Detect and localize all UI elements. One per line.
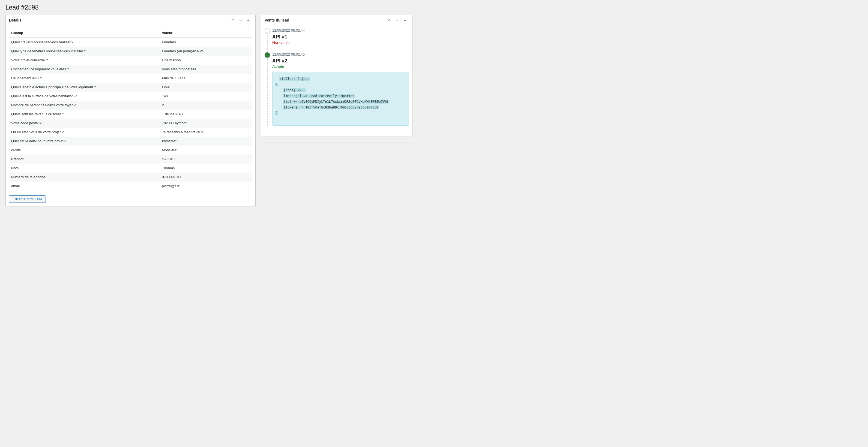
move-up-button[interactable] [386,16,394,24]
collapse-button[interactable] [244,16,252,24]
value-cell: Plus de 15 ans [160,74,252,82]
value-cell: Monsieur [160,145,252,154]
table-row: emailpierre@s.fr [9,181,252,191]
chevron-up-icon [231,18,235,22]
value-cell: SAIKALI [160,154,252,164]
edit-form-button[interactable]: Éditer le formulaire [9,196,46,203]
table-row: civiliteMonsieur [9,145,252,154]
table-row: PrénomSAIKALI [9,154,252,164]
timeline-date: 12/05/2022 08:02:45 [272,52,409,57]
table-row: Votre code postal ?70200 Faymont [9,118,252,128]
api-response-dump: stdClass Object ( [code] => 0 [message] … [272,72,409,126]
value-cell: Je réfléchis à mes travaux [160,128,252,137]
field-cell: Ce logement a-t-il ? [9,74,160,82]
sale-timeline: 12/05/2022 08:02:44API #1Non-voulu12/05/… [265,28,409,126]
collapse-button[interactable] [401,16,409,24]
caret-up-icon [403,19,407,22]
sale-panel: Vente du lead [261,15,412,137]
field-cell: Votre code postal ? [9,118,160,128]
svg-marker-1 [404,19,406,21]
move-down-button[interactable] [237,16,244,24]
timeline-status: Acheté [272,64,409,69]
sale-panel-controls [386,16,409,24]
details-panel-title: Détails [9,18,22,22]
timeline-item: 12/05/2022 08:02:44API #1Non-voulu [272,28,409,45]
table-row: NomThomas [9,164,252,173]
field-cell: Nom [9,164,160,173]
table-row: Quelle énergie actuelle principale de vo… [9,82,252,92]
main-layout: Détails [5,15,863,212]
table-row: Concernant ce logement vous êtes ?Vous ê… [9,65,252,74]
field-cell: Quel type de fenêtres souhaitez-vous ins… [9,46,160,56]
details-panel: Détails [5,15,256,206]
value-cell: Immédiat [160,137,252,145]
field-cell: Quels travaux souhaitez-vous réaliser ? [9,38,160,47]
table-row: Quels sont les revenus du foyer ?+ de 28… [9,110,252,118]
value-cell: 70200 Faymont [160,118,252,128]
field-cell: Nombre de personnes dans votre foyer ? [9,101,160,110]
details-panel-header: Détails [6,15,255,25]
table-row: Votre projet concerne ?Une maison [9,56,252,65]
value-cell: Vous êtes propriétaire [160,65,252,74]
details-panel-body: Champ Valeur Quels travaux souhaitez-vou… [6,25,255,206]
table-row: Quel type de fenêtres souhaitez-vous ins… [9,46,252,56]
chevron-down-icon [239,18,243,22]
timeline-line [267,29,268,126]
field-cell: Quels sont les revenus du foyer ? [9,110,160,118]
field-cell: Où en êtes vous de votre projet ? [9,128,160,137]
field-cell: Numéro de téléphone [9,173,160,181]
timeline-title: API #2 [272,58,409,64]
timeline-dot [265,28,270,34]
timeline-date: 12/05/2022 08:02:44 [272,28,409,32]
value-cell: Thomas [160,164,252,173]
field-cell: Concernant ce logement vous êtes ? [9,65,160,74]
timeline-item: 12/05/2022 08:02:45API #2Acheté stdClass… [272,52,409,126]
timeline-status: Non-voulu [272,40,409,45]
sale-panel-title: Vente du lead [265,18,289,22]
sale-panel-body: 12/05/2022 08:02:44API #1Non-voulu12/05/… [261,25,412,137]
move-up-button[interactable] [229,16,237,24]
field-cell: Quelle énergie actuelle principale de vo… [9,82,160,92]
page-title: Lead #2598 [5,0,863,15]
value-cell: 0708091011 [160,173,252,181]
field-cell: Prénom [9,154,160,164]
table-row: Ce logement a-t-il ?Plus de 15 ans [9,74,252,82]
value-cell: 140 [160,92,252,101]
field-cell: email [9,181,160,191]
value-cell: pierre@s.fr [160,181,252,191]
table-row: Quel est le délai pour votre projet ?Imm… [9,137,252,145]
table-row: Numéro de téléphone0708091011 [9,173,252,181]
details-panel-controls [229,16,252,24]
details-col-field: Champ [9,28,160,38]
field-cell: Quel est le délai pour votre projet ? [9,137,160,145]
timeline-dot [265,52,270,58]
value-cell: Fioul [160,82,252,92]
table-row: Quelle est la surface de votre habitatio… [9,92,252,101]
table-row: Quels travaux souhaitez-vous réaliser ?F… [9,38,252,47]
table-row: Où en êtes vous de votre projet ?Je réfl… [9,128,252,137]
chevron-up-icon [388,18,392,22]
details-table: Champ Valeur Quels travaux souhaitez-vou… [9,28,252,191]
svg-marker-0 [247,19,249,21]
details-col-value: Valeur [160,28,252,38]
field-cell: Votre projet concerne ? [9,56,160,65]
move-down-button[interactable] [394,16,401,24]
field-cell: civilite [9,145,160,154]
value-cell: + de 28 614 € [160,110,252,118]
value-cell: Une maison [160,56,252,65]
table-row: Nombre de personnes dans votre foyer ?2 [9,101,252,110]
chevron-down-icon [395,18,400,22]
section-separator [261,142,412,143]
field-cell: Quelle est la surface de votre habitatio… [9,92,160,101]
value-cell: 2 [160,101,252,110]
caret-up-icon [247,19,250,22]
timeline-title: API #1 [272,34,409,40]
sale-panel-header: Vente du lead [261,15,412,25]
value-cell: Fenêtres [160,38,252,47]
value-cell: Fenêtres (ou porte)en PVC [160,46,252,56]
